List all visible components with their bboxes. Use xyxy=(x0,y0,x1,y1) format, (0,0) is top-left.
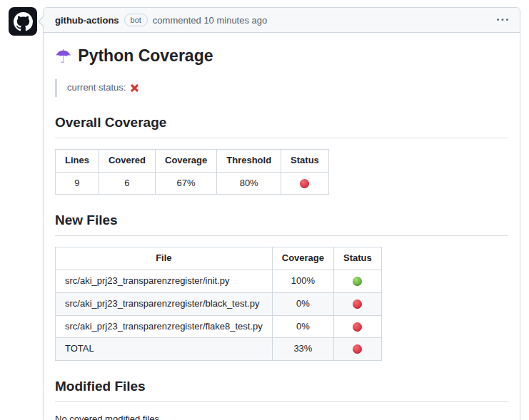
comment-header: github-actions bot commented 10 minutes … xyxy=(44,8,520,33)
bot-badge: bot xyxy=(124,14,148,26)
umbrella-icon: ☂ xyxy=(55,47,71,66)
avatar[interactable] xyxy=(9,7,37,36)
file-path: src/aki_prj23_transparenzregister/init.p… xyxy=(56,270,273,292)
column-header: Lines xyxy=(56,149,99,172)
comment-timeline-item: github-actions bot commented 10 minutes … xyxy=(9,7,520,420)
new-files-table: File Coverage Status src/aki_prj23_trans… xyxy=(55,247,382,361)
comment-body: ☂ Python Coverage current status: Overal… xyxy=(44,33,520,420)
lines-value: 9 xyxy=(56,172,99,195)
modified-files-text: No covered modified files... xyxy=(55,413,508,420)
coverage-value: 0% xyxy=(272,292,333,315)
table-row: TOTAL 33% xyxy=(56,338,382,361)
overall-coverage-table: Lines Covered Coverage Threshold Status … xyxy=(55,149,329,195)
threshold-value: 80% xyxy=(217,172,281,195)
column-header: Status xyxy=(281,149,329,172)
coverage-value: 0% xyxy=(272,315,333,338)
coverage-value: 67% xyxy=(156,172,217,195)
new-files-heading: New Files xyxy=(55,210,508,236)
table-row: src/aki_prj23_transparenzregister/flake8… xyxy=(56,315,382,338)
column-header: Covered xyxy=(99,149,155,172)
column-header: Coverage xyxy=(156,149,217,172)
status-dot xyxy=(353,299,362,309)
table-row: src/aki_prj23_transparenzregister/black_… xyxy=(56,292,382,315)
coverage-value: 33% xyxy=(272,338,333,361)
github-page: github-actions bot commented 10 minutes … xyxy=(0,0,529,420)
status-dot xyxy=(353,277,362,286)
table-row: src/aki_prj23_transparenzregister/init.p… xyxy=(56,270,382,292)
column-header: Status xyxy=(334,247,382,270)
status-dot xyxy=(300,179,309,188)
comment-author[interactable]: github-actions xyxy=(55,15,119,26)
comment-card: github-actions bot commented 10 minutes … xyxy=(43,7,520,420)
kebab-menu-icon[interactable] xyxy=(497,14,508,26)
status-dot xyxy=(353,344,362,354)
cross-mark-icon xyxy=(130,83,139,93)
file-path: TOTAL xyxy=(56,338,273,361)
covered-value: 6 xyxy=(99,172,155,195)
table-header-row: Lines Covered Coverage Threshold Status xyxy=(56,149,329,172)
overall-coverage-heading: Overall Coverage xyxy=(55,113,508,138)
table-row: 9 6 67% 80% xyxy=(56,172,329,195)
file-path: src/aki_prj23_transparenzregister/black_… xyxy=(56,292,273,315)
file-path: src/aki_prj23_transparenzregister/flake8… xyxy=(56,315,273,338)
status-dot xyxy=(353,322,362,332)
column-header: File xyxy=(56,247,273,270)
column-header: Coverage xyxy=(272,247,333,270)
current-status-quote: current status: xyxy=(55,79,508,97)
github-octocat-icon xyxy=(14,12,33,31)
comment-timestamp[interactable]: commented 10 minutes ago xyxy=(153,15,267,26)
coverage-value: 100% xyxy=(272,270,333,292)
current-status-label: current status: xyxy=(67,81,126,95)
report-title-text: Python Coverage xyxy=(78,44,213,68)
column-header: Threshold xyxy=(217,149,281,172)
modified-files-heading: Modified Files xyxy=(55,377,508,402)
report-title: ☂ Python Coverage xyxy=(55,44,508,68)
table-header-row: File Coverage Status xyxy=(56,247,382,270)
